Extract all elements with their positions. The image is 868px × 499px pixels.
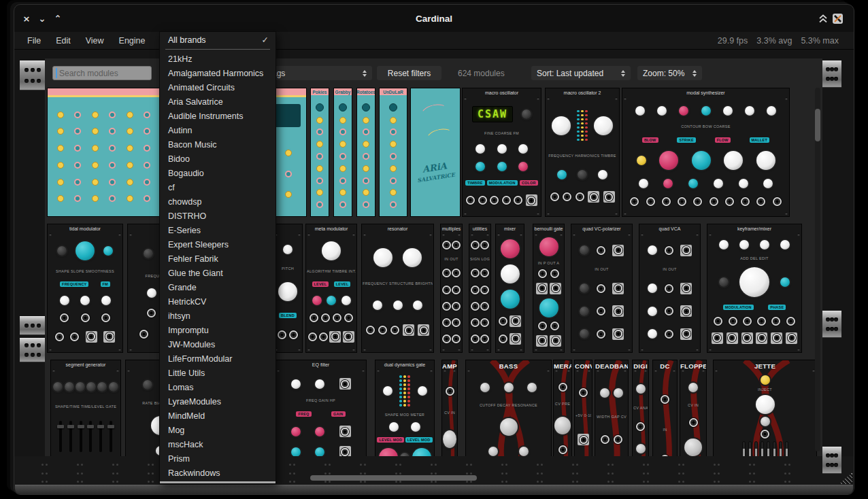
- module-macro-oscillator-2[interactable]: macro oscillator 2FREQUENCY HARMONICS TI…: [545, 88, 620, 217]
- brand-menu-item[interactable]: Mog: [160, 424, 276, 438]
- brand-menu-item[interactable]: DISTRHO: [160, 209, 276, 224]
- brand-menu-item[interactable]: Grande: [160, 281, 276, 295]
- module-digi[interactable]: DIGICV ANALOG: [632, 360, 649, 456]
- brand-menu-item[interactable]: chowdsp: [160, 195, 276, 209]
- brand-menu-item[interactable]: LyraeModules: [160, 395, 276, 409]
- rack-hole-dot: [329, 481, 331, 483]
- rack-hole-dot: [360, 464, 362, 466]
- module-quad-vca[interactable]: quad VCAIN OUT: [639, 224, 701, 353]
- module-macro-oscillator[interactable]: macro oscillatorCSAWFINE COARSE FMTIMBRE…: [462, 88, 541, 217]
- aria-knob: [57, 111, 64, 118]
- control-row: [681, 383, 705, 392]
- reset-filters-button[interactable]: Reset filters: [377, 66, 441, 80]
- brand-menu-item[interactable]: cf: [160, 181, 276, 195]
- zoom-dropdown[interactable]: Zoom: 50%: [637, 66, 702, 80]
- module-resonator[interactable]: resonatorFREQUENCY STRUCTURE BRIGHTNESS: [361, 224, 434, 353]
- module-bernoulli-gate[interactable]: bernoulli gateIN P OUT A: [533, 224, 565, 353]
- module-meta-modulator[interactable]: meta modulatorALGORITHM TIMBRE INT. OSCL…: [305, 224, 357, 353]
- tags-dropdown[interactable]: Tags: [263, 66, 372, 80]
- module-deadband[interactable]: DEADBANDWIDTH GAP CV: [595, 360, 629, 456]
- brand-menu-item-all-brands[interactable]: All brands ✓: [160, 32, 276, 48]
- module-card[interactable]: [47, 88, 161, 217]
- module-rotatoes[interactable]: Rotatoes: [356, 88, 375, 217]
- brand-menu-item[interactable]: Rackwindows: [160, 466, 276, 481]
- module-segment-generator[interactable]: segment generatorSHAPE/TIME TIME/LEVEL G…: [50, 360, 121, 456]
- aria-knob: [285, 150, 292, 156]
- brand-menu-item[interactable]: Prism: [160, 452, 276, 466]
- control-row: [497, 333, 523, 345]
- brand-menu-item[interactable]: HetrickCV: [160, 295, 276, 309]
- module-quad-vc-polarizer[interactable]: quad VC-polarizerIN OUT: [571, 224, 633, 353]
- brand-menu-item[interactable]: Little Utils: [160, 366, 276, 381]
- module-title: [273, 224, 302, 232]
- module-mixer[interactable]: mixer: [495, 224, 524, 353]
- menubar-item-file[interactable]: File: [20, 36, 48, 46]
- module-conv[interactable]: CONV+5V 0-10V 0-10V: [574, 360, 592, 456]
- brand-menu-item[interactable]: Bogaudio: [160, 167, 276, 181]
- menubar-item-view[interactable]: View: [78, 36, 112, 46]
- rack-hole-dot: [718, 464, 720, 466]
- search-input[interactable]: [52, 66, 152, 80]
- module-card[interactable]: PITCHBLEND: [273, 224, 303, 353]
- horizontal-scrollbar-thumb[interactable]: [310, 475, 477, 481]
- control-row: [441, 318, 461, 327]
- brand-menu-item[interactable]: Bacon Music: [160, 138, 276, 152]
- collapse-all-icon[interactable]: [818, 14, 828, 23]
- brand-menu-item[interactable]: Aria Salvatrice: [160, 95, 276, 109]
- bottom-scrollbar-track[interactable]: [15, 485, 853, 495]
- module-tidal-modulator[interactable]: tidal modulatorSHAPE SLOPE SMOOTHNESSFRE…: [47, 224, 123, 353]
- module-eq-filter[interactable]: EQ filterFREQ GAIN HPFREQGAIN: [275, 360, 367, 456]
- module-amp[interactable]: AMPCV IN: [441, 360, 458, 456]
- led: [399, 392, 402, 394]
- brand-menu-item[interactable]: Impromptu: [160, 324, 276, 338]
- module-jette[interactable]: JETTEINJECT: [713, 360, 817, 456]
- screw-icon: [442, 348, 445, 351]
- led: [585, 139, 588, 141]
- screw-icon: [588, 369, 590, 372]
- jack: [757, 317, 766, 326]
- menubar-item-edit[interactable]: Edit: [48, 36, 78, 46]
- module-card[interactable]: ARiASALVATRiCE: [410, 88, 461, 217]
- brand-menu-item[interactable]: 21kHz: [160, 52, 276, 67]
- brand-menu-item[interactable]: JW-Modules: [160, 338, 276, 352]
- brand-menu-item[interactable]: Animated Circuits: [160, 81, 276, 95]
- brand-menu-item[interactable]: Glue the Giant: [160, 266, 276, 281]
- jack: [682, 330, 690, 338]
- panel-controls: [496, 232, 524, 352]
- module-undular[interactable]: UnDuLaR: [379, 88, 407, 217]
- brand-menu-item[interactable]: Audible Instruments: [160, 109, 276, 124]
- brand-menu-item[interactable]: Autinn: [160, 124, 276, 138]
- sort-dropdown[interactable]: Sort: Last updated: [531, 66, 631, 80]
- module-grabby[interactable]: Grabby: [333, 88, 352, 217]
- control-row: [633, 444, 648, 453]
- brand-menu-item[interactable]: Lomas: [160, 381, 276, 395]
- module-mera[interactable]: MERACV PRE: [553, 360, 572, 456]
- knob: [580, 307, 589, 316]
- brand-menu-item[interactable]: LifeFormModular: [160, 352, 276, 366]
- screw-icon: [547, 97, 550, 100]
- brand-menu-item[interactable]: mscHack: [160, 438, 276, 452]
- control-row: [623, 179, 788, 188]
- knob: [291, 447, 301, 457]
- module-pokies[interactable]: Pokies: [310, 88, 329, 217]
- module-multiples[interactable]: multiplesIN OUT: [440, 224, 463, 353]
- panel-label: SHAPE/TIME TIME/LEVEL GATE: [52, 405, 120, 409]
- module-utilities[interactable]: utilitiesSIGN LOGIC S&H: [469, 224, 491, 353]
- vertical-scrollbar-thumb[interactable]: [815, 109, 820, 141]
- brand-menu-item[interactable]: Expert Sleepers: [160, 238, 276, 252]
- module-modal-synthesizer[interactable]: modal synthesizerCONTOUR BOW COARSEBLOWS…: [622, 88, 790, 217]
- brand-menu-item[interactable]: Fehler Fabrik: [160, 252, 276, 266]
- module-keyframer-mixer[interactable]: keyframer/mixerADD DEL EDITMODULATIONPHA…: [707, 224, 802, 353]
- module-bass[interactable]: BASSCUTOFF DECAY RESONANCE: [465, 360, 552, 456]
- module-dual-dynamics-gate[interactable]: dual dynamics gateSHAPE MOD METERLEVEL M…: [375, 360, 435, 456]
- brand-menu-item[interactable]: E-Series: [160, 224, 276, 238]
- brand-menu-item[interactable]: ihtsyn: [160, 309, 276, 324]
- rail-hole: [834, 67, 838, 71]
- brand-menu-item[interactable]: Bidoo: [160, 152, 276, 167]
- brand-menu-item[interactable]: MindMeld: [160, 409, 276, 424]
- module-dc[interactable]: DCIN: [652, 360, 678, 456]
- jack: [480, 241, 489, 250]
- brand-menu-item[interactable]: Amalgamated Harmonics: [160, 67, 276, 81]
- module-flopper[interactable]: FLOPPERCV IN: [680, 360, 707, 456]
- menubar-item-engine[interactable]: Engine: [112, 36, 153, 46]
